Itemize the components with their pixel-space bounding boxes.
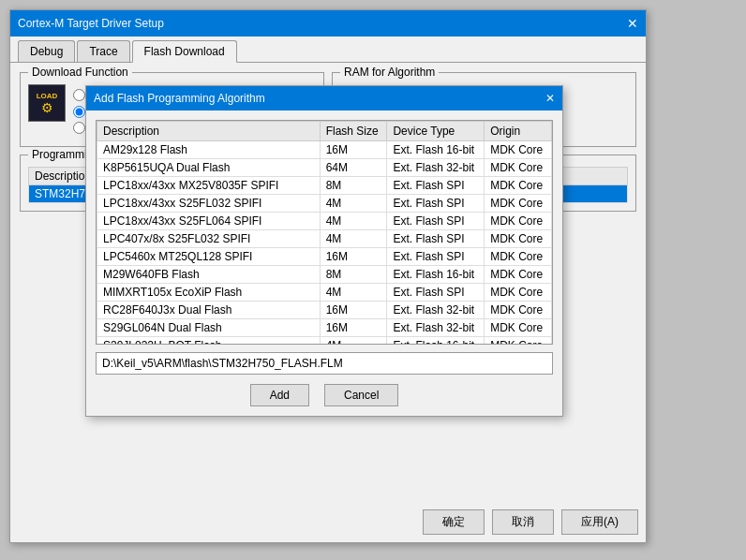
tab-trace[interactable]: Trace xyxy=(77,40,129,62)
alg-table-row[interactable]: S29GL064N Dual Flash16MExt. Flash 32-bit… xyxy=(97,319,552,337)
algorithm-table-wrapper[interactable]: Description Flash Size Device Type Origi… xyxy=(96,120,553,345)
alg-cell-type: Ext. Flash SPI xyxy=(387,248,485,266)
alg-cell-type: Ext. Flash 32-bit xyxy=(387,159,485,177)
alg-cell-origin: MDK Core xyxy=(485,284,552,302)
alg-cell-desc: S29GL064N Dual Flash xyxy=(97,319,321,337)
alg-cell-size: 16M xyxy=(320,319,387,337)
alg-cell-desc: LPC18xx/43xx S25FL032 SPIFI xyxy=(97,195,321,213)
tab-bar: Debug Trace Flash Download xyxy=(10,37,646,63)
alg-cell-size: 4M xyxy=(320,230,387,248)
col-origin: Origin xyxy=(485,122,552,141)
alg-cell-type: Ext. Flash 16-bit xyxy=(387,141,485,159)
alg-cell-desc: LPC18xx/43xx S25FL064 SPIFI xyxy=(97,213,321,230)
alg-cell-type: Ext. Flash SPI xyxy=(387,177,485,195)
alg-cell-size: 4M xyxy=(320,213,387,230)
confirm-button[interactable]: 确定 xyxy=(423,509,485,535)
alg-cell-desc: LPC5460x MT25QL128 SPIFI xyxy=(97,248,321,266)
alg-cell-desc: AM29x128 Flash xyxy=(97,141,321,159)
window-title: Cortex-M Target Driver Setup xyxy=(18,17,164,30)
dialog-close-button[interactable]: ✕ xyxy=(545,92,555,105)
alg-table-row[interactable]: M29W640FB Flash8MExt. Flash 16-bitMDK Co… xyxy=(97,266,552,284)
alg-cell-size: 4M xyxy=(320,284,387,302)
alg-cell-desc: S29JL032H_BOT Flash xyxy=(97,337,321,346)
alg-cell-origin: MDK Core xyxy=(485,266,552,284)
col-description: Description xyxy=(97,122,321,141)
dialog-buttons: Add Cancel xyxy=(96,384,553,406)
dialog-title-text: Add Flash Programming Algorithm xyxy=(94,92,265,105)
alg-cell-desc: K8P5615UQA Dual Flash xyxy=(97,159,321,177)
add-flash-dialog: Add Flash Programming Algorithm ✕ Descri… xyxy=(85,85,563,417)
algorithm-table: Description Flash Size Device Type Origi… xyxy=(97,121,552,345)
alg-cell-desc: MIMXRT105x EcoXiP Flash xyxy=(97,284,321,302)
alg-cell-size: 8M xyxy=(320,266,387,284)
alg-table-row[interactable]: AM29x128 Flash16MExt. Flash 16-bitMDK Co… xyxy=(97,141,552,159)
alg-cell-type: Ext. Flash SPI xyxy=(387,284,485,302)
alg-cell-origin: MDK Core xyxy=(485,213,552,230)
alg-cell-origin: MDK Core xyxy=(485,302,552,319)
dialog-add-button[interactable]: Add xyxy=(250,384,309,406)
alg-cell-type: Ext. Flash SPI xyxy=(387,230,485,248)
alg-cell-origin: MDK Core xyxy=(485,248,552,266)
alg-cell-type: Ext. Flash 16-bit xyxy=(387,337,485,346)
alg-cell-origin: MDK Core xyxy=(485,141,552,159)
alg-cell-size: 4M xyxy=(320,337,387,346)
download-function-label: Download Function xyxy=(28,66,132,79)
window-close-button[interactable]: ✕ xyxy=(627,16,638,31)
dialog-title-bar: Add Flash Programming Algorithm ✕ xyxy=(86,86,562,111)
alg-cell-desc: RC28F640J3x Dual Flash xyxy=(97,302,321,319)
apply-button[interactable]: 应用(A) xyxy=(561,509,638,535)
alg-cell-type: Ext. Flash 16-bit xyxy=(387,266,485,284)
col-flash-size: Flash Size xyxy=(320,122,387,141)
main-window: Cortex-M Target Driver Setup ✕ Debug Tra… xyxy=(9,9,647,543)
alg-cell-desc: LPC407x/8x S25FL032 SPIFI xyxy=(97,230,321,248)
alg-table-row[interactable]: S29JL032H_BOT Flash4MExt. Flash 16-bitMD… xyxy=(97,337,552,346)
ram-for-algorithm-label: RAM for Algorithm xyxy=(340,66,439,79)
tab-debug[interactable]: Debug xyxy=(18,40,75,62)
alg-cell-size: 64M xyxy=(320,159,387,177)
alg-cell-desc: M29W640FB Flash xyxy=(97,266,321,284)
alg-cell-desc: LPC18xx/43xx MX25V8035F SPIFI xyxy=(97,177,321,195)
alg-cell-type: Ext. Flash SPI xyxy=(387,195,485,213)
load-icon: LOAD ⚙ xyxy=(28,84,66,122)
alg-cell-origin: MDK Core xyxy=(485,177,552,195)
alg-cell-origin: MDK Core xyxy=(485,195,552,213)
alg-cell-size: 16M xyxy=(320,248,387,266)
alg-table-row[interactable]: K8P5615UQA Dual Flash64MExt. Flash 32-bi… xyxy=(97,159,552,177)
alg-table-row[interactable]: LPC407x/8x S25FL032 SPIFI4MExt. Flash SP… xyxy=(97,230,552,248)
alg-table-row[interactable]: LPC18xx/43xx MX25V8035F SPIFI8MExt. Flas… xyxy=(97,177,552,195)
alg-cell-origin: MDK Core xyxy=(485,230,552,248)
dialog-content: Description Flash Size Device Type Origi… xyxy=(86,111,562,416)
radio2[interactable] xyxy=(73,106,85,118)
alg-cell-type: Ext. Flash 32-bit xyxy=(387,302,485,319)
alg-cell-type: Ext. Flash SPI xyxy=(387,213,485,230)
tab-flash-download[interactable]: Flash Download xyxy=(132,40,237,63)
alg-cell-origin: MDK Core xyxy=(485,319,552,337)
title-bar: Cortex-M Target Driver Setup ✕ xyxy=(10,10,646,37)
alg-cell-type: Ext. Flash 32-bit xyxy=(387,319,485,337)
alg-table-row[interactable]: RC28F640J3x Dual Flash16MExt. Flash 32-b… xyxy=(97,302,552,319)
cancel-button[interactable]: 取消 xyxy=(492,509,554,535)
alg-table-row[interactable]: LPC18xx/43xx S25FL064 SPIFI4MExt. Flash … xyxy=(97,213,552,230)
alg-cell-origin: MDK Core xyxy=(485,159,552,177)
alg-table-row[interactable]: LPC18xx/43xx S25FL032 SPIFI4MExt. Flash … xyxy=(97,195,552,213)
alg-cell-size: 8M xyxy=(320,177,387,195)
bottom-buttons: 确定 取消 应用(A) xyxy=(415,502,646,542)
flash-path-input[interactable] xyxy=(96,352,553,375)
dialog-cancel-button[interactable]: Cancel xyxy=(324,384,398,406)
alg-cell-origin: MDK Core xyxy=(485,337,552,346)
alg-cell-size: 16M xyxy=(320,302,387,319)
alg-cell-size: 4M xyxy=(320,195,387,213)
alg-table-row[interactable]: LPC5460x MT25QL128 SPIFI16MExt. Flash SP… xyxy=(97,248,552,266)
alg-cell-size: 16M xyxy=(320,141,387,159)
alg-table-row[interactable]: MIMXRT105x EcoXiP Flash4MExt. Flash SPIM… xyxy=(97,284,552,302)
col-device-type: Device Type xyxy=(387,122,485,141)
